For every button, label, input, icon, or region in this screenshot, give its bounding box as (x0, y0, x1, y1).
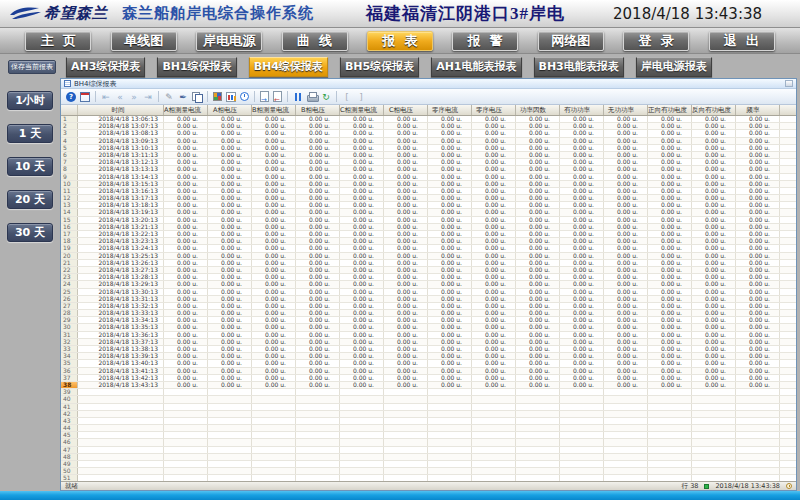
table-row[interactable]: 172018/4/18 13:22:130.00 u.0.00 u.0.00 u… (61, 231, 796, 238)
row-number[interactable]: 1 (61, 116, 78, 122)
row-number[interactable]: 49 (61, 461, 78, 467)
range-button-1hour[interactable]: 1小时 (7, 91, 53, 110)
mark-start-icon[interactable]: [ (341, 91, 353, 103)
row-number[interactable]: 32 (61, 339, 78, 345)
table-row[interactable]: 332018/4/18 13:38:130.00 u.0.00 u.0.00 u… (61, 346, 796, 353)
column-header[interactable]: 有功功率 (560, 105, 604, 115)
table-row[interactable]: 302018/4/18 13:35:130.00 u.0.00 u.0.00 u… (61, 324, 796, 331)
chart-view-icon[interactable] (226, 92, 236, 102)
nav-button-network-diagram[interactable]: 网络图 (538, 31, 604, 51)
calendar-icon[interactable] (80, 92, 90, 102)
table-row[interactable]: 382018/4/18 13:43:130.00 u.0.00 u.0.00 u… (61, 382, 796, 389)
edit-pencil-icon[interactable]: ✎ (163, 91, 175, 103)
row-number[interactable]: 14 (61, 209, 78, 215)
table-row[interactable]: 342018/4/18 13:39:130.00 u.0.00 u.0.00 u… (61, 353, 796, 360)
row-number[interactable]: 44 (61, 425, 78, 431)
table-row[interactable]: 52018/4/18 13:10:130.00 u.0.00 u.0.00 u.… (61, 145, 796, 152)
row-number[interactable]: 22 (61, 267, 78, 273)
row-number[interactable]: 8 (61, 166, 78, 172)
nav-button-single-line-diagram[interactable]: 单线图 (111, 31, 177, 51)
grid-view-icon[interactable] (213, 92, 222, 101)
row-number[interactable]: 43 (61, 418, 78, 424)
help-icon[interactable]: ? (66, 92, 76, 102)
nav-button-exit[interactable]: 退 出 (709, 31, 775, 51)
column-header[interactable]: 正向有功电度 (648, 105, 692, 115)
row-number[interactable]: 28 (61, 310, 78, 316)
table-row[interactable]: 42018/4/18 13:09:130.00 u.0.00 u.0.00 u.… (61, 138, 796, 145)
timer-icon[interactable] (240, 92, 249, 101)
table-row[interactable]: 292018/4/18 13:34:130.00 u.0.00 u.0.00 u… (61, 317, 796, 324)
table-row[interactable]: 222018/4/18 13:27:130.00 u.0.00 u.0.00 u… (61, 267, 796, 274)
tab-bh1[interactable]: BH1综保报表 (157, 57, 236, 77)
row-number[interactable]: 41 (61, 404, 78, 410)
table-row[interactable]: 212018/4/18 13:26:130.00 u.0.00 u.0.00 u… (61, 260, 796, 267)
range-button-30day[interactable]: 30 天 (7, 223, 53, 242)
table-row[interactable]: 92018/4/18 13:14:130.00 u.0.00 u.0.00 u.… (61, 174, 796, 181)
table-row[interactable]: 312018/4/18 13:36:130.00 u.0.00 u.0.00 u… (61, 332, 796, 339)
table-row[interactable]: 272018/4/18 13:32:130.00 u.0.00 u.0.00 u… (61, 303, 796, 310)
column-header[interactable]: 功率因数 (516, 105, 560, 115)
next-record-icon[interactable]: » (128, 91, 140, 103)
table-row[interactable]: 242018/4/18 13:29:130.00 u.0.00 u.0.00 u… (61, 281, 796, 288)
pause-icon[interactable] (292, 91, 304, 103)
row-number[interactable]: 46 (61, 439, 78, 445)
last-record-icon[interactable]: ⇥ (142, 91, 154, 103)
range-button-1day[interactable]: 1 天 (7, 124, 53, 143)
column-header[interactable]: 频率 (736, 105, 780, 115)
row-number[interactable]: 45 (61, 432, 78, 438)
refresh-icon[interactable]: ↻ (320, 91, 332, 103)
tab-ah1-meter[interactable]: AH1电能表报表 (431, 57, 521, 77)
column-header[interactable]: C相电压 (384, 105, 428, 115)
table-row[interactable]: 42 (61, 411, 796, 418)
row-number[interactable]: 18 (61, 238, 78, 244)
row-number[interactable]: 17 (61, 231, 78, 237)
table-row[interactable]: 50 (61, 468, 796, 475)
table-row[interactable]: 132018/4/18 13:18:130.00 u.0.00 u.0.00 u… (61, 202, 796, 209)
table-row[interactable]: 142018/4/18 13:19:130.00 u.0.00 u.0.00 u… (61, 209, 796, 216)
export-file-icon[interactable] (260, 91, 269, 102)
table-row[interactable]: 48 (61, 454, 796, 461)
row-number[interactable]: 21 (61, 260, 78, 266)
row-number[interactable]: 38 (61, 382, 78, 388)
row-number[interactable]: 9 (61, 174, 78, 180)
table-row[interactable]: 322018/4/18 13:37:130.00 u.0.00 u.0.00 u… (61, 339, 796, 346)
prev-record-icon[interactable]: « (114, 91, 126, 103)
tab-bh5[interactable]: BH5综保报表 (340, 57, 419, 77)
table-row[interactable]: 122018/4/18 13:17:130.00 u.0.00 u.0.00 u… (61, 195, 796, 202)
row-number[interactable]: 35 (61, 360, 78, 366)
copy-icon[interactable] (191, 91, 203, 103)
table-row[interactable]: 32018/4/18 13:08:130.00 u.0.00 u.0.00 u.… (61, 130, 796, 137)
panel-control-button[interactable] (785, 80, 793, 87)
nav-button-home[interactable]: 主 页 (25, 31, 91, 51)
range-button-20day[interactable]: 20 天 (7, 190, 53, 209)
row-number[interactable]: 12 (61, 195, 78, 201)
column-header[interactable]: 零序电流 (428, 105, 472, 115)
table-row[interactable]: 12018/4/18 13:06:130.00 u.0.00 u.0.00 u.… (61, 116, 796, 123)
table-row[interactable]: 162018/4/18 13:21:130.00 u.0.00 u.0.00 u… (61, 224, 796, 231)
row-number[interactable]: 37 (61, 375, 78, 381)
table-row[interactable]: 45 (61, 432, 796, 439)
table-row[interactable]: 72018/4/18 13:12:130.00 u.0.00 u.0.00 u.… (61, 159, 796, 166)
edit-pen-icon[interactable]: ✒ (177, 91, 189, 103)
save-report-button[interactable]: 保存当前报表 (8, 60, 56, 74)
mark-end-icon[interactable]: ] (355, 91, 367, 103)
row-number[interactable]: 26 (61, 296, 78, 302)
nav-button-alarm[interactable]: 报 警 (452, 31, 518, 51)
nav-button-login[interactable]: 登 录 (623, 31, 689, 51)
row-number[interactable]: 5 (61, 145, 78, 151)
table-row[interactable]: 282018/4/18 13:33:130.00 u.0.00 u.0.00 u… (61, 310, 796, 317)
tab-bh3-meter[interactable]: BH3电能表报表 (534, 57, 624, 77)
table-row[interactable]: 44 (61, 425, 796, 432)
table-row[interactable]: 352018/4/18 13:40:130.00 u.0.00 u.0.00 u… (61, 360, 796, 367)
row-number[interactable]: 36 (61, 368, 78, 374)
row-number[interactable]: 39 (61, 389, 78, 395)
row-number[interactable]: 30 (61, 324, 78, 330)
row-number[interactable]: 15 (61, 217, 78, 223)
row-number[interactable]: 16 (61, 224, 78, 230)
column-header[interactable]: 零序电压 (472, 105, 516, 115)
column-header[interactable]: C相测量电流 (340, 105, 384, 115)
table-row[interactable]: 192018/4/18 13:24:130.00 u.0.00 u.0.00 u… (61, 245, 796, 252)
row-number[interactable]: 13 (61, 202, 78, 208)
row-number[interactable]: 11 (61, 188, 78, 194)
row-number[interactable]: 6 (61, 152, 78, 158)
